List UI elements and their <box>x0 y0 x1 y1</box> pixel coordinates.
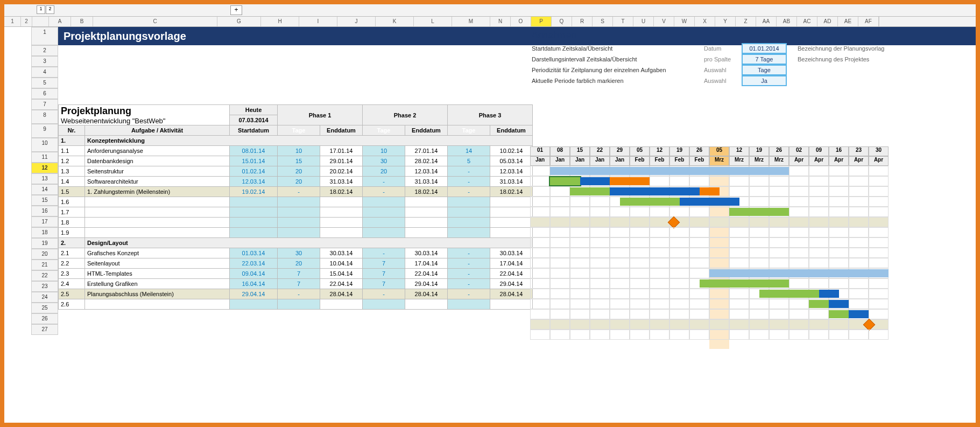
table-row[interactable]: 1.8 <box>59 218 533 228</box>
col-G[interactable]: G <box>217 17 261 26</box>
cell-nr[interactable]: 2.2 <box>59 258 85 269</box>
cell-d3[interactable]: 14 <box>448 146 490 156</box>
col-K[interactable]: K <box>376 17 414 26</box>
cell-d1[interactable] <box>278 228 320 238</box>
gantt-bar[interactable] <box>680 198 739 206</box>
cell-d3[interactable]: - <box>448 187 490 197</box>
table-row[interactable]: 1.5 1. Zahlungstermin (Meilenstein) 19.0… <box>59 187 533 197</box>
row-25[interactable]: 25 <box>31 303 58 313</box>
cell-start[interactable] <box>230 207 278 218</box>
cell-d2[interactable]: 7 <box>363 279 405 289</box>
col-Z[interactable]: Z <box>736 17 756 26</box>
cell-task[interactable]: Datenbankdesign <box>85 156 230 166</box>
gantt-bar[interactable] <box>610 177 650 185</box>
table-row[interactable]: 1.9 <box>59 228 533 238</box>
table-row[interactable]: 1.1 Anforderungsanalyse 08.01.14 10 17.0… <box>59 146 533 156</box>
cell-nr[interactable]: 1.6 <box>59 197 85 207</box>
row-16[interactable]: 16 <box>31 206 58 216</box>
cell-d1[interactable] <box>278 207 320 218</box>
col-AC[interactable]: AC <box>797 17 817 26</box>
row-headers[interactable]: 1234567891011121314151617181920212223242… <box>31 27 58 335</box>
cell-d2[interactable]: 10 <box>363 146 405 156</box>
gantt-bar[interactable] <box>550 177 580 185</box>
cell-task[interactable] <box>85 228 230 238</box>
gantt-bar[interactable] <box>819 290 839 298</box>
col-R[interactable]: R <box>572 17 593 26</box>
col-U[interactable]: U <box>633 17 654 26</box>
col-AB[interactable]: AB <box>777 17 797 26</box>
row-15[interactable]: 15 <box>31 195 58 206</box>
cell-d2[interactable]: 7 <box>363 258 405 269</box>
gantt-bar[interactable] <box>620 198 680 206</box>
cell-task[interactable]: Anforderungsanalyse <box>85 146 230 156</box>
cell-nr[interactable]: 1.2 <box>59 156 85 166</box>
col-N[interactable]: N <box>490 17 511 26</box>
cell-d2[interactable]: - <box>363 248 405 258</box>
cell-nr[interactable]: 1.5 <box>59 187 85 197</box>
cell-d2[interactable] <box>363 218 405 228</box>
col-A[interactable]: A <box>49 17 71 26</box>
cell-task[interactable] <box>85 207 230 218</box>
cell-d3[interactable] <box>448 299 490 310</box>
cell-start[interactable]: 19.02.14 <box>230 187 278 197</box>
table-row[interactable]: 2.2 Seitenlayout 22.03.14 20 10.04.14 7 … <box>59 258 533 269</box>
row-27[interactable]: 27 <box>31 324 58 335</box>
table-row[interactable]: 2.5 Planungsabschluss (Meilenstein) 29.0… <box>59 289 533 299</box>
cell-d3[interactable] <box>448 228 490 238</box>
cell-d2[interactable]: - <box>363 187 405 197</box>
cell-task[interactable]: Erstellung Grafiken <box>85 279 230 289</box>
cell-start[interactable]: 29.04.14 <box>230 289 278 299</box>
cell-d1[interactable] <box>278 299 320 310</box>
cell-start[interactable]: 16.04.14 <box>230 279 278 289</box>
cell-nr[interactable]: 1.7 <box>59 207 85 218</box>
assump-value[interactable]: 7 Tage <box>742 54 787 65</box>
gantt-bar[interactable] <box>700 187 720 195</box>
cell-d2[interactable]: - <box>363 289 405 299</box>
col-L[interactable]: L <box>414 17 452 26</box>
col-I[interactable]: I <box>299 17 337 26</box>
cell-task[interactable]: Seitenlayout <box>85 258 230 269</box>
cell-nr[interactable]: 1.9 <box>59 228 85 238</box>
col-V[interactable]: V <box>654 17 674 26</box>
col-outline-2[interactable]: 2 <box>21 17 32 26</box>
gantt-bar[interactable] <box>580 177 610 185</box>
table-row[interactable]: 1.3 Seitenstruktur 01.02.14 20 20.02.14 … <box>59 166 533 177</box>
table-row[interactable]: 2.1 Grafisches Konzept 01.03.14 30 30.03… <box>59 248 533 258</box>
gantt-bar[interactable] <box>809 300 829 308</box>
gantt-bar[interactable] <box>550 167 789 175</box>
row-26[interactable]: 26 <box>31 313 58 324</box>
cell-d3[interactable]: - <box>448 289 490 299</box>
cell-d3[interactable] <box>448 207 490 218</box>
cell-d1[interactable]: 20 <box>278 177 320 187</box>
row-9[interactable]: 9 <box>31 124 58 138</box>
cell-d3[interactable]: - <box>448 269 490 279</box>
gantt-bar[interactable] <box>709 269 889 277</box>
cell-d1[interactable]: 7 <box>278 269 320 279</box>
assump-value[interactable]: Tage <box>742 65 787 75</box>
cell-nr[interactable]: 2.1 <box>59 248 85 258</box>
gantt-bar[interactable] <box>849 310 869 318</box>
cell-d2[interactable] <box>363 299 405 310</box>
table-row[interactable]: 2.3 HTML-Templates 09.04.14 7 15.04.14 7… <box>59 269 533 279</box>
gantt-bar[interactable] <box>829 310 849 318</box>
row-17[interactable]: 17 <box>31 216 58 227</box>
cell-start[interactable] <box>230 218 278 228</box>
row-14[interactable]: 14 <box>31 184 58 195</box>
cell-d3[interactable]: - <box>448 279 490 289</box>
cell-nr[interactable]: 2.4 <box>59 279 85 289</box>
row-20[interactable]: 20 <box>31 249 58 260</box>
gantt-bar[interactable] <box>570 187 610 195</box>
cell-d3[interactable]: - <box>448 258 490 269</box>
cell-start[interactable] <box>230 197 278 207</box>
cell-start[interactable] <box>230 228 278 238</box>
outline-2[interactable]: 2 <box>46 5 54 14</box>
cell-nr[interactable]: 2.5 <box>59 289 85 299</box>
col-X[interactable]: X <box>695 17 715 26</box>
cell-d1[interactable]: 30 <box>278 248 320 258</box>
cell-start[interactable]: 15.01.14 <box>230 156 278 166</box>
col-W[interactable]: W <box>674 17 695 26</box>
cell-start[interactable]: 01.03.14 <box>230 248 278 258</box>
row-23[interactable]: 23 <box>31 281 58 292</box>
cell-d1[interactable]: 10 <box>278 146 320 156</box>
col-Y[interactable]: Y <box>715 17 736 26</box>
